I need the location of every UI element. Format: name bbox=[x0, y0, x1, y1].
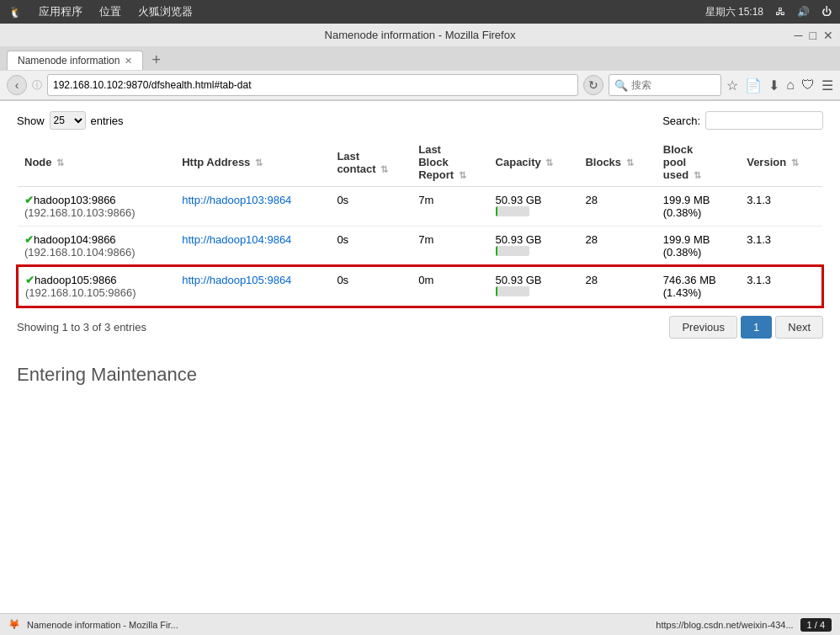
os-menu-group: 🐧 应用程序 位置 火狐浏览器 bbox=[8, 4, 193, 19]
cell-http: http://hadoop104:9864 bbox=[175, 227, 330, 267]
http-link[interactable]: http://hadoop103:9864 bbox=[182, 194, 291, 206]
node-name: hadoop104:9866 bbox=[34, 233, 116, 246]
tab-bar: Namenode information ✕ + bbox=[0, 46, 840, 71]
bottom-bar-left: 🦊 Namenode information - Mozilla Fir... bbox=[8, 619, 178, 630]
cell-capacity: 50.93 GB bbox=[489, 266, 579, 307]
cell-capacity: 50.93 GB bbox=[489, 187, 579, 227]
info-icon: ⓘ bbox=[32, 78, 42, 93]
cell-block-pool: 199.9 MB(0.38%) bbox=[657, 187, 740, 227]
maintenance-title: Entering Maintenance bbox=[17, 364, 823, 386]
block-pool-value: 199.9 MB bbox=[663, 194, 710, 206]
node-ip: (192.168.10.105:9866) bbox=[25, 286, 136, 299]
browser-chrome: Namenode information - Mozilla Firefox ─… bbox=[0, 24, 840, 101]
window-controls[interactable]: ─ □ ✕ bbox=[795, 29, 833, 42]
progress-outer bbox=[496, 286, 529, 296]
next-button[interactable]: Next bbox=[775, 316, 823, 339]
close-button[interactable]: ✕ bbox=[823, 29, 833, 42]
maintenance-section: Entering Maintenance bbox=[17, 364, 823, 386]
os-menu-places[interactable]: 位置 bbox=[99, 4, 121, 19]
sort-icon-block: ⇅ bbox=[459, 170, 466, 180]
cell-blocks: 28 bbox=[578, 187, 656, 227]
col-version[interactable]: Version ⇅ bbox=[740, 138, 822, 187]
check-icon: ✔ bbox=[24, 233, 34, 246]
table-search: Search: bbox=[662, 111, 823, 130]
minimize-button[interactable]: ─ bbox=[795, 29, 803, 42]
cell-blocks: 28 bbox=[578, 266, 656, 307]
entries-select[interactable]: 25 10 50 100 bbox=[50, 111, 86, 130]
capacity-value: 50.93 GB bbox=[496, 194, 572, 206]
bottom-bar-right: https://blog.csdn.net/weixin-434... 1 / … bbox=[656, 618, 832, 632]
new-tab-button[interactable]: + bbox=[146, 50, 166, 71]
http-link[interactable]: http://hadoop105:9864 bbox=[182, 274, 291, 286]
col-capacity[interactable]: Capacity ⇅ bbox=[489, 138, 579, 187]
cell-last-contact: 0s bbox=[330, 266, 412, 307]
url-input[interactable] bbox=[47, 74, 578, 96]
search-label: Search: bbox=[662, 115, 700, 127]
pagination-buttons: Previous 1 Next bbox=[669, 316, 823, 339]
cell-last-contact: 0s bbox=[330, 227, 412, 267]
cell-last-block-report: 7m bbox=[412, 187, 488, 227]
search-box[interactable]: 🔍 bbox=[609, 74, 721, 96]
os-menu-apps[interactable]: 应用程序 bbox=[39, 4, 82, 19]
bookmark-icon[interactable]: ☆ bbox=[726, 77, 738, 93]
cell-last-block-report: 0m bbox=[412, 266, 488, 307]
sort-icon-blocks: ⇅ bbox=[626, 157, 634, 168]
col-http[interactable]: Http Address ⇅ bbox=[175, 138, 330, 187]
node-name: hadoop105:9866 bbox=[35, 274, 117, 286]
col-blocks[interactable]: Blocks ⇅ bbox=[578, 138, 656, 187]
cell-block-pool: 199.9 MB(0.38%) bbox=[657, 227, 740, 267]
cell-last-contact: 0s bbox=[330, 187, 412, 227]
col-last-contact[interactable]: Lastcontact ⇅ bbox=[330, 138, 412, 187]
maximize-button[interactable]: □ bbox=[810, 29, 816, 42]
tab-close-button[interactable]: ✕ bbox=[125, 56, 132, 67]
capacity-value: 50.93 GB bbox=[496, 233, 572, 246]
download-icon[interactable]: ⬇ bbox=[768, 77, 779, 93]
toolbar-icons: ☆ 📄 ⬇ ⌂ 🛡 ☰ bbox=[726, 77, 833, 93]
cell-capacity: 50.93 GB bbox=[489, 227, 579, 267]
cell-http: http://hadoop105:9864 bbox=[175, 266, 330, 307]
home-icon[interactable]: ⌂ bbox=[786, 77, 795, 93]
capacity-bar bbox=[496, 206, 572, 216]
power-icon: ⏻ bbox=[821, 6, 832, 18]
node-ip: (192.168.10.103:9866) bbox=[24, 206, 136, 219]
cell-version: 3.1.3 bbox=[740, 187, 822, 227]
cell-node: ✔hadoop104:9866(192.168.10.104:9866) bbox=[18, 227, 175, 267]
os-menu-firefox[interactable]: 火狐浏览器 bbox=[138, 4, 193, 19]
address-bar: ‹ ⓘ ↻ 🔍 ☆ 📄 ⬇ ⌂ 🛡 ☰ bbox=[0, 71, 840, 100]
page-content: Show 25 10 50 100 entries Search: Node ⇅… bbox=[0, 101, 840, 622]
col-blockpool[interactable]: Blockpoolused ⇅ bbox=[657, 138, 740, 187]
table-row: ✔hadoop103:9866(192.168.10.103:9866)http… bbox=[18, 187, 822, 227]
reader-icon[interactable]: 📄 bbox=[745, 77, 762, 93]
col-last-block[interactable]: LastBlockReport ⇅ bbox=[412, 138, 488, 187]
network-icon: 🖧 bbox=[775, 6, 785, 18]
back-button[interactable]: ‹ bbox=[7, 75, 27, 95]
progress-inner bbox=[496, 286, 497, 296]
cell-last-block-report: 7m bbox=[412, 227, 488, 267]
os-time: 星期六 15:18 bbox=[705, 5, 763, 19]
table-row: ✔hadoop104:9866(192.168.10.104:9866)http… bbox=[18, 227, 822, 267]
table-row: ✔hadoop105:9866(192.168.10.105:9866)http… bbox=[18, 266, 822, 307]
page-counter: 1 / 4 bbox=[800, 618, 832, 632]
firefox-icon-small: 🦊 bbox=[8, 619, 20, 630]
progress-outer bbox=[496, 246, 529, 256]
browser-tab[interactable]: Namenode information ✕ bbox=[7, 51, 143, 70]
capacity-bar bbox=[496, 246, 572, 256]
http-link[interactable]: http://hadoop104:9864 bbox=[182, 233, 291, 246]
search-input[interactable] bbox=[631, 79, 715, 91]
block-pool-value: 746.36 MB bbox=[663, 274, 716, 286]
col-node[interactable]: Node ⇅ bbox=[18, 138, 175, 187]
check-icon: ✔ bbox=[25, 274, 35, 286]
shield-icon[interactable]: 🛡 bbox=[801, 77, 815, 93]
entries-label: entries bbox=[91, 115, 124, 127]
reload-button[interactable]: ↻ bbox=[583, 75, 603, 95]
menu-icon[interactable]: ☰ bbox=[821, 77, 833, 93]
node-name: hadoop103:9866 bbox=[34, 194, 116, 206]
search-icon: 🔍 bbox=[614, 79, 628, 92]
cell-version: 3.1.3 bbox=[740, 227, 822, 267]
os-bar: 🐧 应用程序 位置 火狐浏览器 星期六 15:18 🖧 🔊 ⏻ bbox=[0, 0, 840, 24]
page-1-button[interactable]: 1 bbox=[741, 316, 772, 339]
title-bar: Namenode information - Mozilla Firefox ─… bbox=[0, 24, 840, 46]
os-icon: 🐧 bbox=[8, 6, 22, 19]
table-search-input[interactable] bbox=[705, 111, 823, 130]
previous-button[interactable]: Previous bbox=[669, 316, 737, 339]
